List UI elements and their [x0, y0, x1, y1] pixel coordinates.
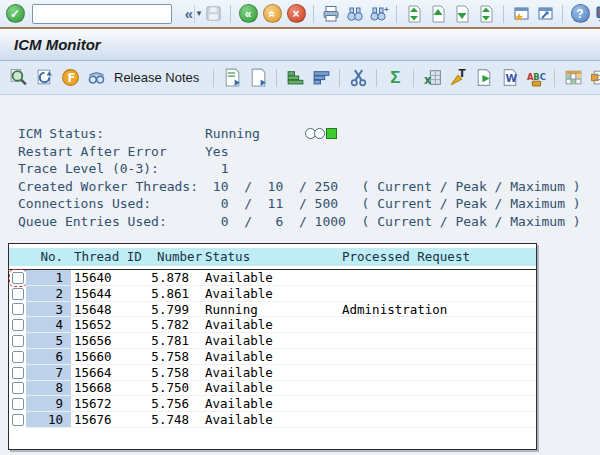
- back-button[interactable]: «: [237, 3, 259, 25]
- status-cell: Available: [205, 381, 342, 397]
- separator: [503, 5, 504, 23]
- row-number-cell[interactable]: 1: [26, 270, 71, 286]
- next-page-button[interactable]: [451, 3, 473, 25]
- sort-ascending-button[interactable]: [283, 66, 307, 90]
- previous-page-button[interactable]: [427, 3, 449, 25]
- number-cell: 5.781: [157, 333, 205, 349]
- command-input[interactable]: [33, 6, 194, 22]
- word-processing-button[interactable]: T: [446, 66, 470, 90]
- table-row[interactable]: 1 15640 5.878 Available: [9, 270, 536, 286]
- row-checkbox[interactable]: [12, 382, 24, 394]
- row-checkbox[interactable]: [12, 319, 24, 331]
- row-checkbox[interactable]: [12, 288, 24, 300]
- create-shortcut-button[interactable]: [534, 3, 556, 25]
- cancel-button[interactable]: ×: [285, 3, 307, 25]
- row-number-cell[interactable]: 10: [26, 412, 71, 428]
- svg-text:F: F: [67, 71, 75, 85]
- row-number-cell[interactable]: 5: [26, 333, 71, 349]
- print-button[interactable]: [320, 3, 342, 25]
- find-next-button[interactable]: +: [368, 3, 390, 25]
- word-document-icon: W: [500, 67, 521, 88]
- row-number-cell[interactable]: 7: [26, 365, 71, 381]
- command-field[interactable]: ▼: [32, 4, 172, 24]
- refresh-button[interactable]: [32, 66, 56, 90]
- sum-icon: Σ: [390, 68, 400, 88]
- local-file-button[interactable]: [472, 66, 496, 90]
- page-title: ICM Monitor: [14, 36, 101, 53]
- save-button[interactable]: [202, 3, 224, 25]
- table-row[interactable]: 4 15652 5.782 Available: [9, 317, 536, 333]
- thread-id-cell: 15664: [71, 365, 157, 381]
- row-checkbox[interactable]: [12, 414, 24, 426]
- row-number-cell[interactable]: 4: [26, 317, 71, 333]
- glasses-button[interactable]: [84, 66, 108, 90]
- scissors-icon: [348, 67, 369, 88]
- request-cell: [342, 381, 536, 397]
- row-checkbox[interactable]: [12, 351, 24, 363]
- table-row[interactable]: 6 15660 5.758 Available: [9, 349, 536, 365]
- next-page-icon: [452, 4, 472, 24]
- table-row[interactable]: 9 15672 5.756 Available: [9, 396, 536, 412]
- row-checkbox[interactable]: [12, 303, 24, 315]
- row-number-cell[interactable]: 6: [26, 349, 71, 365]
- enter-button[interactable]: ✓: [4, 3, 26, 25]
- row-number-cell[interactable]: 3: [26, 302, 71, 318]
- abc-analysis-button[interactable]: ABC: [524, 66, 548, 90]
- thread-id-cell: 15676: [71, 412, 157, 428]
- column-header-status[interactable]: Status: [205, 249, 342, 264]
- number-cell: 5.799: [157, 302, 205, 318]
- status-cell: Available: [205, 396, 342, 412]
- last-page-icon: [476, 4, 496, 24]
- f-circle-button[interactable]: F: [58, 66, 82, 90]
- shortcut-icon: [535, 4, 555, 24]
- column-header-thread-id[interactable]: Thread ID: [71, 249, 157, 264]
- help-button[interactable]: ?: [569, 3, 591, 25]
- check-icon: ✓: [6, 4, 25, 23]
- status-cell: Running: [205, 302, 342, 318]
- choose-layout-button[interactable]: [587, 66, 600, 90]
- table-view-button[interactable]: [561, 66, 585, 90]
- row-checkbox[interactable]: [12, 398, 24, 410]
- row-number-cell[interactable]: 9: [26, 396, 71, 412]
- sort-descending-button[interactable]: [309, 66, 333, 90]
- last-page-button[interactable]: [475, 3, 497, 25]
- row-checkbox[interactable]: [12, 335, 24, 347]
- first-page-button[interactable]: [403, 3, 425, 25]
- filter-button[interactable]: [346, 66, 370, 90]
- svg-text:x: x: [424, 73, 432, 87]
- row-number-cell[interactable]: 8: [26, 381, 71, 397]
- new-session-button[interactable]: [510, 3, 532, 25]
- chevron-down-icon[interactable]: ▼: [194, 5, 203, 23]
- table-row[interactable]: 2 15644 5.861 Available: [9, 286, 536, 302]
- table-row[interactable]: 5 15656 5.781 Available: [9, 333, 536, 349]
- row-checkbox[interactable]: [12, 367, 24, 379]
- release-notes-button[interactable]: Release Notes: [110, 70, 207, 85]
- column-header-processed-request[interactable]: Processed Request: [342, 249, 536, 264]
- print-preview-button[interactable]: [220, 66, 244, 90]
- previous-page-icon: [428, 4, 448, 24]
- table-row[interactable]: 8 15668 5.750 Available: [9, 381, 536, 397]
- status-row-restart: Restart After ErrorYes: [18, 143, 600, 161]
- separator: [313, 5, 314, 23]
- customize-layout-button[interactable]: [593, 3, 600, 25]
- number-cell: 5.782: [157, 317, 205, 333]
- row-checkbox[interactable]: [12, 272, 24, 284]
- table-row[interactable]: 3 15648 5.799 Running Administration: [9, 302, 536, 318]
- column-header-no[interactable]: No.: [26, 249, 71, 264]
- save-icon: [204, 4, 223, 23]
- exit-button[interactable]: «: [261, 3, 283, 25]
- thread-id-cell: 15648: [71, 302, 157, 318]
- word-document-button[interactable]: W: [498, 66, 522, 90]
- table-row[interactable]: 10 15676 5.748 Available: [9, 412, 536, 428]
- export-spreadsheet-button[interactable]: x: [420, 66, 444, 90]
- print-list-button[interactable]: [246, 66, 270, 90]
- thread-table: No. Thread ID Number Status Processed Re…: [8, 243, 537, 450]
- total-button[interactable]: Σ: [383, 66, 407, 90]
- table-row[interactable]: 7 15664 5.758 Available: [9, 365, 536, 381]
- column-header-number[interactable]: Number: [157, 249, 205, 264]
- status-label: Restart After Error: [18, 144, 205, 159]
- row-number-cell[interactable]: 2: [26, 286, 71, 302]
- find-button[interactable]: [344, 3, 366, 25]
- display-details-button[interactable]: [6, 66, 30, 90]
- first-page-icon: [404, 4, 424, 24]
